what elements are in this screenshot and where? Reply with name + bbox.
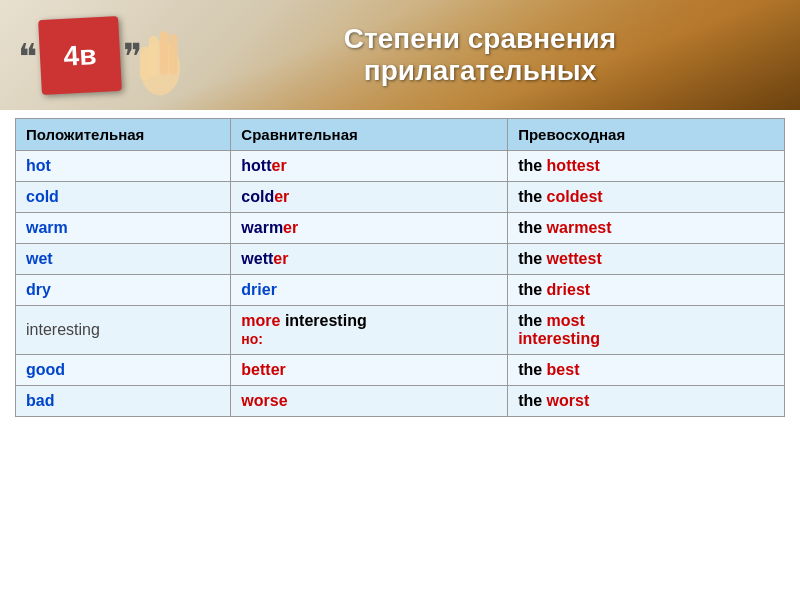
title-line1: Степени сравнения [160,23,800,55]
quote-right-icon: ❞ [123,36,142,78]
comparative-word: worse [241,392,287,409]
superlative-the: the [518,157,546,174]
comparative-word: hotter [241,157,286,174]
positive-word: hot [26,157,51,174]
table-row: badworsethe worst [16,386,785,417]
superlative-the: the [518,361,546,378]
cell-positive: wet [16,244,231,275]
cell-positive: dry [16,275,231,306]
header-superlative: Превосходная [508,119,785,151]
comparative-word: more interesting [241,312,366,329]
comparative-note: но: [241,331,263,347]
cell-comparative: colder [231,182,508,213]
cell-positive: hot [16,151,231,182]
header: ❝ 4в ❞ Степени сравнения прилагательных [0,0,800,110]
cell-comparative: better [231,355,508,386]
cell-comparative: drier [231,275,508,306]
superlative-word: driest [547,281,591,298]
cell-positive: warm [16,213,231,244]
cell-comparative: wetter [231,244,508,275]
superlative-word: coldest [547,188,603,205]
cell-superlative: the coldest [508,182,785,213]
superlative-the: the [518,188,546,205]
cell-comparative: worse [231,386,508,417]
cell-comparative: more interestingно: [231,306,508,355]
comparative-word: warmer [241,219,298,236]
cell-positive: good [16,355,231,386]
badge-area: ❝ 4в ❞ [0,18,160,93]
table-row: wetwetterthe wettest [16,244,785,275]
positive-word: cold [26,188,59,205]
badge-text: 4в [63,38,97,72]
header-positive-label: Положительная [26,126,144,143]
comparison-table: Положительная Сравнительная Превосходная… [15,118,785,417]
class-badge: 4в [38,15,122,94]
table-header-row: Положительная Сравнительная Превосходная [16,119,785,151]
superlative-adj: interesting [518,330,600,347]
cell-comparative: warmer [231,213,508,244]
positive-word: interesting [26,321,100,338]
title-line2: прилагательных [160,55,800,87]
cell-comparative: hotter [231,151,508,182]
cell-superlative: the wettest [508,244,785,275]
cell-superlative: the warmest [508,213,785,244]
table-row: coldcolderthe coldest [16,182,785,213]
positive-word: warm [26,219,68,236]
table-row: interestingmore interestingно:the mostin… [16,306,785,355]
positive-word: dry [26,281,51,298]
positive-word: wet [26,250,53,267]
cell-positive: cold [16,182,231,213]
table-row: drydrierthe driest [16,275,785,306]
cell-positive: interesting [16,306,231,355]
superlative-word: best [547,361,580,378]
superlative-the: the [518,392,546,409]
table-container: Положительная Сравнительная Превосходная… [0,110,800,425]
superlative-word: warmest [547,219,612,236]
header-comparative-label: Сравнительная [241,126,357,143]
superlative-the: the [518,250,546,267]
positive-word: good [26,361,65,378]
header-superlative-label: Превосходная [518,126,625,143]
superlative-word: worst [547,392,590,409]
header-positive: Положительная [16,119,231,151]
table-row: warmwarmerthe warmest [16,213,785,244]
cell-superlative: the mostinteresting [508,306,785,355]
comparative-word: wetter [241,250,288,267]
superlative-word: most [547,312,585,329]
cell-superlative: the worst [508,386,785,417]
superlative-word: hottest [547,157,600,174]
table-row: hothotterthe hottest [16,151,785,182]
superlative-the: the [518,281,546,298]
header-title: Степени сравнения прилагательных [160,23,800,87]
header-comparative: Сравнительная [231,119,508,151]
superlative-the: the [518,219,546,236]
cell-superlative: the best [508,355,785,386]
cell-positive: bad [16,386,231,417]
comparative-word: better [241,361,285,378]
cell-superlative: the hottest [508,151,785,182]
superlative-the: the [518,312,546,329]
positive-word: bad [26,392,54,409]
quote-left-icon: ❝ [18,36,37,78]
cell-superlative: the driest [508,275,785,306]
superlative-word: wettest [547,250,602,267]
comparative-word: colder [241,188,289,205]
table-row: goodbetterthe best [16,355,785,386]
comparative-word: drier [241,281,277,298]
